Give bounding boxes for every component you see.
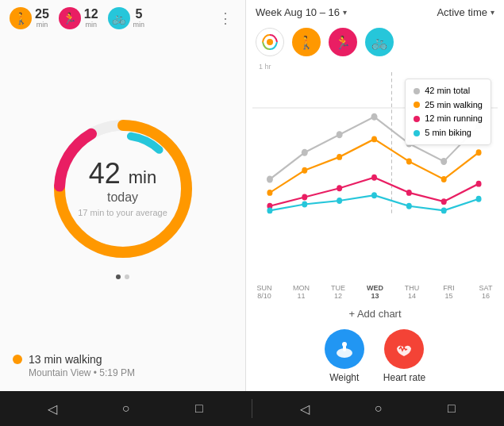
svg-point-27 [476, 181, 482, 187]
svg-point-17 [371, 136, 377, 142]
svg-point-19 [441, 176, 447, 182]
metric-cards: Weight Heart rate [246, 324, 504, 391]
home-button-left[interactable]: ○ [113, 396, 138, 421]
running-unit: min [85, 21, 97, 29]
weight-icon [325, 329, 364, 369]
x-label-sun: SUN8/10 [252, 284, 276, 300]
weight-metric-card[interactable]: Weight [325, 329, 364, 383]
right-nav: ◁ ○ □ [252, 396, 504, 421]
activity-name-text: 13 min walking [29, 353, 102, 366]
ring-container: 42 min today 17 min to your average [0, 36, 245, 343]
running-filter-icon[interactable]: 🏃 [329, 28, 357, 56]
ring-sublabel: 17 min to your average [78, 208, 167, 217]
svg-point-15 [302, 167, 307, 174]
right-top-bar: Week Aug 10 – 16 ▾ Active time ▾ [246, 0, 504, 25]
chart-tooltip: 42 min total 25 min walking 12 min runni… [405, 79, 491, 145]
activity-entry[interactable]: 13 min walking Mountain View • 5:19 PM [0, 343, 245, 391]
add-chart-button[interactable]: + Add chart [246, 303, 504, 324]
svg-point-25 [406, 190, 412, 196]
ring-center: 42 min today 17 min to your average [78, 157, 167, 217]
bottom-nav: ◁ ○ □ ◁ ○ □ [0, 391, 504, 426]
chart-x-axis: SUN8/10 MON11 TUE12 WED13 THU14 FRI15 SA… [246, 282, 504, 303]
left-nav: ◁ ○ □ [0, 396, 252, 421]
svg-point-33 [441, 207, 447, 213]
active-time-label: Active time [437, 6, 487, 18]
back-button-left[interactable]: ◁ [40, 396, 65, 421]
back-button-right[interactable]: ◁ [292, 396, 317, 421]
heart-rate-metric-card[interactable]: Heart rate [383, 329, 425, 383]
svg-point-8 [302, 149, 308, 156]
heart-rate-icon [384, 329, 424, 369]
week-selector[interactable]: Week Aug 10 – 16 ▾ [256, 6, 347, 18]
svg-point-30 [337, 198, 342, 204]
svg-point-32 [406, 203, 412, 209]
tooltip-walking: 25 min walking [414, 98, 483, 113]
chart-area: 1 hr [246, 63, 504, 282]
biking-icon: 🚲 [108, 7, 130, 29]
svg-point-34 [476, 196, 482, 202]
svg-point-37 [342, 342, 347, 347]
svg-point-14 [267, 190, 272, 196]
svg-point-7 [267, 176, 273, 183]
running-value: 12 [84, 7, 98, 21]
biking-filter-icon[interactable]: 🚲 [365, 28, 394, 56]
svg-point-20 [476, 149, 482, 155]
tooltip-total: 42 min total [414, 84, 483, 98]
recents-button-left[interactable]: □ [187, 396, 212, 421]
svg-point-28 [267, 207, 272, 213]
svg-point-24 [371, 175, 377, 181]
walking-value: 25 [35, 7, 49, 21]
tooltip-biking-dot [414, 130, 420, 136]
tooltip-running: 12 min running [414, 112, 483, 126]
home-button-right[interactable]: ○ [365, 396, 391, 421]
svg-point-26 [441, 198, 447, 205]
right-panel: Week Aug 10 – 16 ▾ Active time ▾ 🚶 [246, 0, 504, 391]
walking-unit: min [37, 21, 48, 29]
walking-icon: 🚶 [10, 7, 32, 29]
all-activities-icon[interactable] [256, 28, 284, 56]
chart-hr-label: 1 hr [252, 63, 498, 71]
tooltip-biking: 5 min biking [414, 126, 483, 140]
x-label-mon: MON11 [290, 284, 314, 300]
activity-name: 13 min walking [13, 353, 233, 366]
recents-button-right[interactable]: □ [439, 396, 464, 421]
svg-point-31 [371, 192, 377, 198]
walking-filter-icon[interactable]: 🚶 [292, 28, 321, 56]
activity-icons-row: 🚶 🏃 🚲 [246, 25, 504, 63]
active-time-selector[interactable]: Active time ▾ [437, 6, 494, 18]
svg-point-22 [302, 194, 307, 201]
x-label-thu: THU14 [400, 284, 424, 300]
dot-1 [116, 274, 121, 279]
more-button[interactable]: ⋮ [215, 6, 236, 30]
active-time-dropdown-icon: ▾ [491, 8, 494, 17]
x-label-sat: SAT16 [474, 284, 498, 300]
biking-value: 5 [135, 7, 142, 21]
running-icon: 🏃 [59, 7, 81, 29]
dot-2 [125, 274, 129, 279]
left-panel: 🚶 25 min 🏃 12 min 🚲 5 min [0, 0, 246, 391]
activity-meta: Mountain View • 5:19 PM [13, 367, 233, 378]
svg-point-12 [441, 158, 447, 165]
week-dropdown-icon: ▾ [343, 8, 347, 17]
left-top-bar: 🚶 25 min 🏃 12 min 🚲 5 min [0, 0, 245, 36]
dot-indicators [116, 274, 129, 279]
activity-chip-walking[interactable]: 🚶 25 min [10, 7, 49, 29]
ring-unit: min [129, 167, 156, 187]
heart-rate-label: Heart rate [383, 372, 425, 383]
svg-point-29 [302, 201, 307, 208]
activity-chip-biking[interactable]: 🚲 5 min [108, 7, 145, 29]
tooltip-total-dot [414, 88, 420, 94]
ring-today-label: today [78, 190, 167, 205]
svg-point-9 [337, 131, 343, 138]
activity-chip-running[interactable]: 🏃 12 min [59, 7, 98, 29]
svg-point-4 [267, 39, 273, 45]
x-label-fri: FRI15 [437, 284, 461, 300]
x-label-tue: TUE12 [326, 284, 350, 300]
tooltip-walking-dot [414, 102, 420, 108]
ring-total: 42 min [78, 157, 167, 190]
week-label: Week Aug 10 – 16 [256, 6, 340, 18]
activity-color-dot [13, 355, 22, 364]
svg-point-23 [337, 185, 342, 191]
svg-point-18 [406, 159, 412, 165]
tooltip-running-dot [414, 116, 420, 122]
